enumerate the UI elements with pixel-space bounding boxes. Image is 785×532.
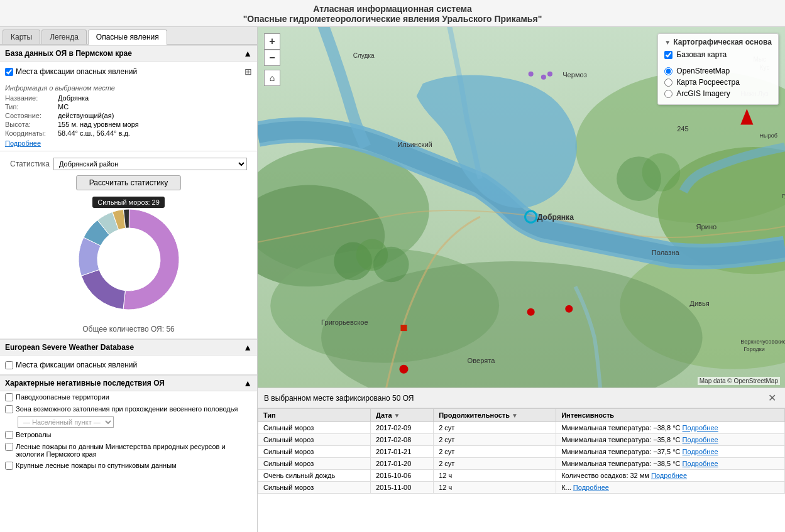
char-checkbox-0[interactable]	[5, 393, 13, 401]
detail-link-1[interactable]: Подробнее	[683, 436, 718, 443]
table-row: Очень сильный дождь 2016-10-06 12 ч Коли…	[258, 470, 785, 482]
info-more-link[interactable]: Подробнее	[5, 139, 41, 147]
map-credit: Map data © OpenStreetMap	[698, 377, 780, 385]
stat-section: Статистика Добрянский район Пермский рай…	[0, 151, 257, 194]
db-section-title: База данных ОЯ в Пермском крае	[5, 49, 132, 58]
cell-date-3: 2017-01-20	[371, 458, 434, 470]
db-checkbox-label: Места фиксации опасных явлений	[16, 67, 137, 76]
zoom-in-button[interactable]: +	[264, 33, 280, 50]
rosreestr-radio[interactable]	[664, 79, 672, 87]
char-item-3: Лесные пожары по данным Министерства при…	[0, 441, 257, 460]
cell-intensity-5: К... Подробнее	[556, 482, 785, 494]
calc-statistics-button[interactable]: Рассчитать статистику	[76, 175, 182, 190]
cell-type-2: Сильный мороз	[258, 446, 371, 458]
svg-point-10	[373, 247, 409, 283]
svg-point-35	[565, 305, 573, 313]
eswd-section-header: European Severe Weather Database ▲	[0, 339, 257, 356]
tab-legend[interactable]: Легенда	[41, 30, 87, 44]
base-map-label: Базовая карта	[676, 50, 727, 59]
char-checkbox-3[interactable]	[5, 443, 13, 451]
data-panel-title: В выбранном месте зафиксировано 50 ОЯ	[264, 394, 414, 403]
base-map-checkbox[interactable]	[664, 51, 672, 59]
eswd-checkbox-label: Места фиксации опасных явлений	[16, 361, 137, 369]
osm-label: OpenStreetMap	[676, 67, 730, 75]
stat-label: Статистика	[10, 160, 50, 168]
detail-link-0[interactable]: Подробнее	[683, 424, 718, 432]
stat-row: Статистика Добрянский район Пермский рай…	[5, 154, 252, 174]
map-legend-base-map: Базовая карта	[664, 50, 772, 59]
svg-text:Григорьевское: Григорьевское	[321, 318, 368, 326]
table-row: Сильный мороз 2017-02-08 2 сут Минимальн…	[258, 434, 785, 446]
table-header-row: Тип Дата ▼ Продолжительность ▼ Интенсивн…	[258, 409, 785, 422]
cell-date-1: 2017-02-08	[371, 434, 434, 446]
char-checkbox-1[interactable]	[5, 405, 13, 413]
app-title-line1: Атласная информационная система	[3, 4, 782, 14]
cell-type-1: Сильный мороз	[258, 434, 371, 446]
db-checkbox[interactable]	[5, 68, 13, 76]
svg-point-38	[541, 75, 546, 80]
svg-text:Верхнечусовские: Верхнечусовские	[740, 339, 785, 345]
cell-duration-0: 2 сут	[434, 422, 556, 434]
eswd-checkbox[interactable]	[5, 361, 13, 369]
eswd-collapse-icon[interactable]: ▲	[243, 342, 252, 352]
char-label-4: Крупные лесные пожары по спутниковым дан…	[16, 462, 177, 469]
info-row-type: Тип: МС	[5, 103, 252, 111]
home-button[interactable]: ⌂	[264, 70, 280, 86]
detail-link-4[interactable]: Подробнее	[651, 472, 687, 479]
db-section-header: База данных ОЯ в Пермском крае ▲	[0, 45, 257, 62]
detail-link-2[interactable]: Подробнее	[683, 448, 718, 455]
left-panel: Карты Легенда Опасные явления База данны…	[0, 27, 258, 532]
char-collapse-icon[interactable]: ▲	[243, 378, 252, 388]
col-intensity[interactable]: Интенсивность	[556, 409, 785, 422]
eswd-checkbox-row: Места фиксации опасных явлений	[5, 359, 252, 371]
char-checkbox-4[interactable]	[5, 462, 13, 470]
info-title: Информация о выбранном месте	[5, 84, 252, 92]
stat-dropdown-wrap: Добрянский район Пермский район Березник…	[53, 158, 247, 170]
svg-text:Ярино: Ярино	[696, 223, 716, 231]
chart-total: Общее количество ОЯ: 56	[82, 325, 175, 334]
data-panel-close-button[interactable]: ✕	[766, 392, 779, 404]
svg-text:Дивья: Дивья	[689, 300, 709, 307]
zoom-out-button[interactable]: −	[264, 50, 280, 66]
tab-hazards[interactable]: Опасные явления	[88, 30, 167, 45]
char-sub-select-1[interactable]: — Населённый пункт — Добрянка Полазна Яр…	[18, 416, 114, 428]
cell-date-0: 2017-02-09	[371, 422, 434, 434]
cell-duration-4: 12 ч	[434, 470, 556, 482]
col-date[interactable]: Дата ▼	[371, 409, 434, 422]
detail-link-5[interactable]: Подробнее	[573, 484, 609, 491]
table-row: Сильный мороз 2015-11-00 12 ч К... Подро…	[258, 482, 785, 494]
eswd-section: European Severe Weather Database ▲ Места…	[0, 339, 257, 374]
char-label-1: Зона возможного затопления при прохожден…	[16, 405, 238, 413]
info-row-name: Название: Добрянка	[5, 94, 252, 102]
cell-intensity-1: Минимальная температура: −35,8 °C Подроб…	[556, 434, 785, 446]
col-duration[interactable]: Продолжительность ▼	[434, 409, 556, 422]
data-table-wrap[interactable]: Тип Дата ▼ Продолжительность ▼ Интенсивн…	[258, 408, 785, 532]
cell-intensity-2: Минимальная температура: −37,5 °C Подроб…	[556, 446, 785, 458]
eswd-section-content: Места фиксации опасных явлений	[0, 356, 257, 374]
cell-type-5: Сильный мороз	[258, 482, 371, 494]
table-row: Сильный мороз 2017-01-20 2 сут Минимальн…	[258, 458, 785, 470]
svg-text:Ильинский: Ильинский	[397, 141, 432, 148]
stat-district-select[interactable]: Добрянский район Пермский район Березник…	[53, 158, 247, 170]
svg-text:Ныроб: Ныроб	[760, 133, 777, 139]
detail-link-3[interactable]: Подробнее	[683, 460, 718, 467]
data-panel: В выбранном месте зафиксировано 50 ОЯ ✕ …	[258, 388, 785, 532]
map-area[interactable]: Чермоз Ильинский Добрянка Полазна Ярино …	[258, 27, 785, 388]
db-table-icon[interactable]: ⊞	[244, 67, 252, 77]
tab-maps[interactable]: Карты	[3, 30, 40, 44]
db-collapse-icon[interactable]: ▲	[243, 48, 252, 58]
svg-point-36	[399, 365, 408, 374]
map-legend-overlay: Картографическая основа Базовая карта Op…	[657, 33, 779, 105]
char-item-1: Зона возможного затопления при прохожден…	[0, 403, 257, 415]
osm-radio[interactable]	[664, 67, 672, 75]
map-legend-osm: OpenStreetMap	[664, 67, 772, 75]
svg-point-37	[529, 72, 534, 77]
info-value-name: Добрянка	[58, 94, 89, 102]
map-legend-title: Картографическая основа	[664, 38, 772, 46]
info-block: Информация о выбранном месте Название: Д…	[0, 82, 257, 151]
char-checkbox-2[interactable]	[5, 431, 13, 439]
table-row: Сильный мороз 2017-01-21 2 сут Минимальн…	[258, 446, 785, 458]
col-type[interactable]: Тип	[258, 409, 371, 422]
arcgis-radio[interactable]	[664, 90, 672, 98]
right-area: Чермоз Ильинский Добрянка Полазна Ярино …	[258, 27, 785, 532]
